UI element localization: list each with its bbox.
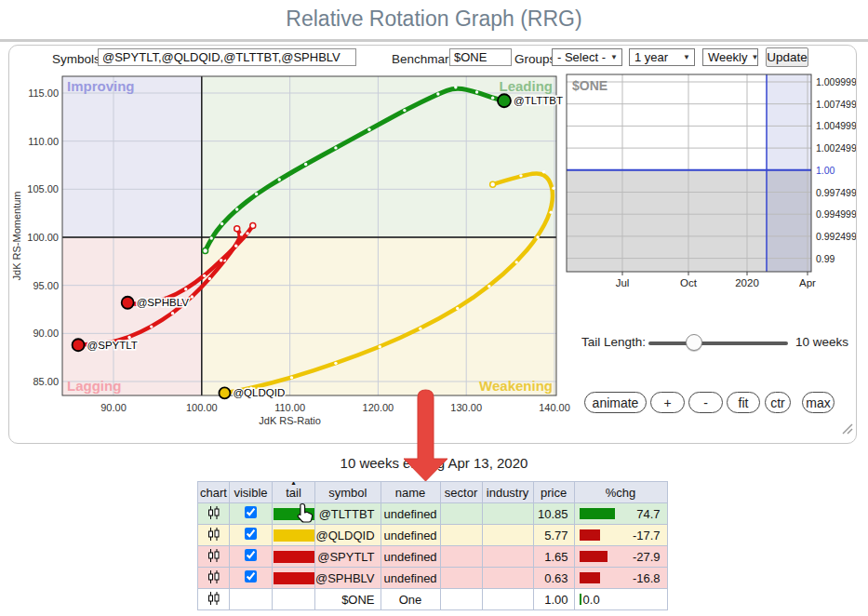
- series-head-@TLTTBT[interactable]: [498, 94, 511, 107]
- animate-button[interactable]: animate: [584, 392, 647, 413]
- column-header-chart[interactable]: chart: [198, 482, 230, 503]
- tail-marker: [290, 376, 293, 379]
- tail-marker: [171, 312, 174, 315]
- quadrant-improving: [62, 76, 202, 237]
- y-tick-label: 105.00: [27, 183, 59, 194]
- resize-handle-icon[interactable]: [840, 422, 854, 435]
- tail-marker: [184, 288, 187, 290]
- series-label-@TLTTBT: @TLTTBT: [514, 95, 563, 106]
- table-row-@SPHBLV: @SPHBLVundefined0.63-16.8: [198, 568, 668, 589]
- price-cell: 10.85: [533, 503, 574, 525]
- tail-marker: [191, 295, 194, 298]
- candlestick-chart-icon[interactable]: [207, 528, 221, 541]
- symbols-label: Symbols:: [52, 52, 104, 66]
- tail-color-swatch[interactable]: [274, 529, 314, 542]
- column-header-symbol[interactable]: symbol: [315, 482, 381, 503]
- tail-marker: [436, 92, 439, 95]
- zoom-out-button[interactable]: -: [688, 392, 723, 413]
- bench-x-label: Jul: [616, 277, 630, 288]
- x-tick-label: 120.00: [363, 402, 394, 413]
- column-header-sector[interactable]: sector: [440, 482, 482, 503]
- tail-color-swatch[interactable]: [274, 572, 314, 584]
- period-select-value: 1 year: [634, 50, 668, 64]
- series-label-@SPYTLT: @SPYTLT: [87, 340, 138, 351]
- visible-checkbox[interactable]: [245, 549, 257, 561]
- x-tick-label: 110.00: [274, 402, 305, 413]
- column-header-tail[interactable]: tail▴: [273, 482, 315, 503]
- tail-marker: [127, 336, 130, 339]
- pct-change-cell: -17.7: [574, 525, 667, 546]
- sector-cell: [440, 503, 482, 525]
- candlestick-chart-icon[interactable]: [207, 592, 221, 605]
- y-axis-title: JdK RS-Momentum: [11, 192, 22, 281]
- column-header-visible[interactable]: visible: [230, 482, 273, 503]
- candlestick-chart-icon[interactable]: [207, 570, 221, 583]
- sector-cell: [440, 525, 482, 546]
- bench-y-label: 1.0049999: [816, 120, 857, 131]
- tail-marker: [304, 163, 307, 166]
- candlestick-chart-icon[interactable]: [207, 506, 221, 519]
- tail-marker: [150, 325, 153, 328]
- tail-color-swatch[interactable]: [274, 551, 314, 563]
- pct-change-bar: [580, 508, 615, 519]
- chevron-down-icon: ▼: [607, 53, 618, 61]
- candlestick-chart-icon[interactable]: [207, 549, 221, 562]
- table-row-$ONE: $ONEOne1.000.0: [198, 589, 668, 610]
- column-header-chg[interactable]: %chg: [574, 482, 667, 503]
- visible-cell: [230, 568, 273, 589]
- bench-y-label: 0.9974999: [816, 187, 857, 198]
- pct-change-bar: [580, 594, 581, 605]
- bench-x-label: 2020: [735, 277, 759, 288]
- tail-marker: [536, 235, 539, 238]
- visible-checkbox[interactable]: [245, 506, 257, 518]
- pct-change-value: -17.7: [633, 529, 661, 542]
- ctr-button[interactable]: ctr: [765, 392, 791, 413]
- chart-cell: [198, 589, 230, 610]
- tail-cell: [273, 568, 315, 589]
- zoom-in-button[interactable]: +: [650, 392, 685, 413]
- chevron-down-icon: ▼: [747, 53, 758, 61]
- max-button[interactable]: max: [802, 392, 835, 413]
- tail-length-slider-track[interactable]: [648, 341, 788, 345]
- visible-cell: [230, 525, 273, 546]
- series-head-@SPHBLV[interactable]: [122, 297, 134, 309]
- column-header-industry[interactable]: industry: [482, 482, 533, 503]
- pct-change-bar: [580, 572, 600, 583]
- x-tick-label: 140.00: [539, 402, 570, 413]
- series-head-@SPYTLT[interactable]: [73, 339, 85, 351]
- period-select[interactable]: 1 year ▼: [629, 48, 695, 66]
- symbols-input[interactable]: [98, 48, 356, 66]
- name-cell: undefined: [381, 525, 440, 546]
- tail-marker: [240, 233, 243, 235]
- sector-cell: [440, 546, 482, 568]
- price-cell: 0.63: [533, 568, 574, 589]
- tail-marker: [246, 232, 248, 234]
- tail-marker: [367, 128, 370, 131]
- column-header-name[interactable]: name: [381, 482, 440, 503]
- bench-y-label: 1.0074999: [816, 99, 857, 110]
- groups-select[interactable]: - Select - ▼: [552, 48, 622, 66]
- visible-checkbox[interactable]: [245, 570, 257, 583]
- tail-marker: [210, 236, 213, 239]
- price-cell: 1.65: [533, 546, 574, 568]
- tail-length-slider-thumb[interactable]: [686, 334, 702, 351]
- visible-checkbox[interactable]: [245, 528, 257, 540]
- tail-length-label: Tail Length:: [581, 335, 646, 349]
- pct-change-cell: 74.7: [574, 503, 667, 525]
- column-header-price[interactable]: price: [533, 482, 574, 503]
- fit-button[interactable]: fit: [727, 392, 760, 413]
- x-axis-title: JdK RS-Ratio: [259, 415, 321, 426]
- page-title: Relative Rotation Graph (RRG): [0, 7, 868, 32]
- frequency-select[interactable]: Weekly ▼: [702, 48, 758, 66]
- bench-title: $ONE: [572, 78, 608, 93]
- benchmark-input[interactable]: [449, 48, 512, 66]
- x-tick-label: 100.00: [186, 402, 218, 413]
- tail-length-value: 10 weeks: [795, 335, 848, 349]
- bench-y-label: 1.0024999: [816, 142, 857, 154]
- series-head-@QLDQID[interactable]: [219, 387, 230, 398]
- chart-cell: [198, 568, 230, 589]
- bench-x-label: Oct: [680, 277, 698, 288]
- symbol-cell: @QLDQID: [315, 525, 381, 546]
- table-row-@QLDQID: @QLDQIDundefined5.77-17.7: [198, 525, 668, 546]
- update-button[interactable]: Update: [766, 47, 808, 67]
